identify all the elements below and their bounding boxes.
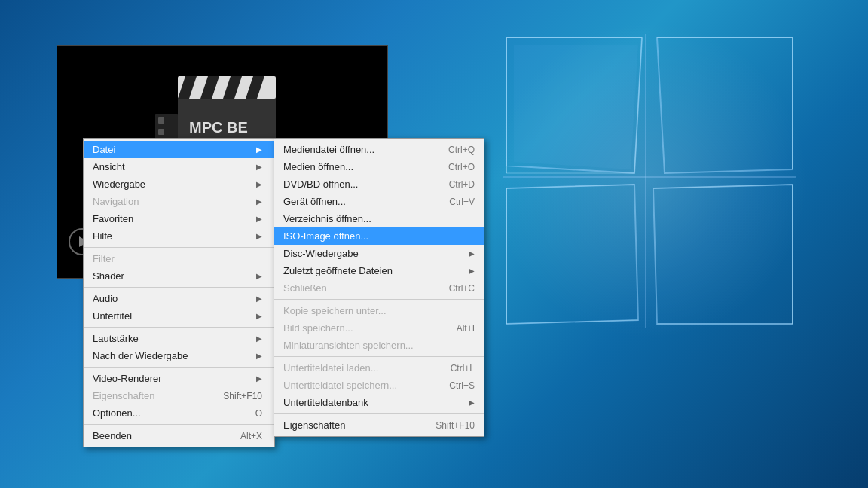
svg-text:MPC BE: MPC BE	[189, 119, 248, 136]
sub-menu-item-bild-speichern[interactable]: Bild speichern... Alt+I	[274, 319, 484, 337]
menu-item-ansicht[interactable]: Ansicht ▶	[84, 158, 274, 175]
sub-menu-separator-2	[274, 356, 484, 357]
menu-item-untertitel[interactable]: Untertitel ▶	[84, 307, 274, 325]
sub-menu-item-verzeichnis[interactable]: Verzeichnis öffnen...	[274, 210, 484, 227]
svg-rect-14	[491, 23, 808, 339]
sub-menu-item-dvd-bd[interactable]: DVD/BD öffnen... Ctrl+D	[274, 175, 484, 193]
sub-menu-item-iso-image[interactable]: ISO-Image öffnen...	[274, 227, 484, 245]
menu-separator-4	[84, 367, 274, 368]
menu-separator-1	[84, 247, 274, 248]
menu-separator-5	[84, 424, 274, 425]
sub-menu-item-untertiteldatenbank[interactable]: Untertiteldatenbank ▶	[274, 394, 484, 411]
sub-menu-item-kopie-speichern[interactable]: Kopie speichern unter...	[274, 302, 484, 319]
menu-item-navigation[interactable]: Navigation ▶	[84, 193, 274, 210]
sub-menu-item-schliessen[interactable]: Schließen Ctrl+C	[274, 279, 484, 297]
menu-item-nach-der-wiedergabe[interactable]: Nach der Wiedergabe ▶	[84, 347, 274, 364]
main-context-menu: Datei ▶ Ansicht ▶ Wiedergabe ▶ Navigatio…	[83, 138, 275, 447]
menu-item-eigenschaften[interactable]: Eigenschaften Shift+F10	[84, 387, 274, 404]
sub-menu-item-medien[interactable]: Medien öffnen... Ctrl+O	[274, 158, 484, 175]
menu-item-video-renderer[interactable]: Video-Renderer ▶	[84, 370, 274, 387]
sub-menu-item-mediendatei[interactable]: Mediendatei öffnen... Ctrl+Q	[274, 141, 484, 158]
menu-item-wiedergabe[interactable]: Wiedergabe ▶	[84, 175, 274, 193]
sub-menu-separator-3	[274, 413, 484, 414]
sub-menu-item-untertiteldatei-speichern[interactable]: Untertiteldatei speichern... Ctrl+S	[274, 377, 484, 394]
menu-item-datei[interactable]: Datei ▶	[84, 141, 274, 158]
menu-item-filter[interactable]: Filter	[84, 250, 274, 267]
menu-item-optionen[interactable]: Optionen... O	[84, 404, 274, 422]
sub-menu-separator-1	[274, 299, 484, 300]
sub-menu-item-disc-wiedergabe[interactable]: Disc-Wiedergabe ▶	[274, 245, 484, 262]
svg-rect-16	[158, 117, 164, 124]
sub-menu-item-sub-eigenschaften[interactable]: Eigenschaften Shift+F10	[274, 416, 484, 434]
sub-menu-item-geraet[interactable]: Gerät öffnen... Ctrl+V	[274, 193, 484, 210]
menu-item-lautstaerke[interactable]: Lautstärke ▶	[84, 330, 274, 347]
menu-item-beenden[interactable]: Beenden Alt+X	[84, 427, 274, 444]
sub-menu-item-miniaturansichten[interactable]: Miniaturansichten speichern...	[274, 337, 484, 354]
menu-item-shader[interactable]: Shader ▶	[84, 267, 274, 285]
svg-rect-17	[158, 129, 164, 135]
sub-menu-datei: Mediendatei öffnen... Ctrl+Q Medien öffn…	[274, 138, 484, 437]
windows-logo	[491, 23, 808, 339]
sub-menu-item-zuletzt[interactable]: Zuletzt geöffnete Dateien ▶	[274, 262, 484, 279]
menu-separator-3	[84, 327, 274, 328]
menu-item-hilfe[interactable]: Hilfe ▶	[84, 227, 274, 245]
sub-menu-item-untertiteldatei-laden[interactable]: Untertiteldatei laden... Ctrl+L	[274, 359, 484, 377]
menu-item-favoriten[interactable]: Favoriten ▶	[84, 210, 274, 227]
desktop: MPC BE Datei ▶ Ansicht ▶ Wiedergabe ▶ Na…	[0, 0, 868, 488]
menu-separator-2	[84, 287, 274, 288]
menu-item-audio[interactable]: Audio ▶	[84, 290, 274, 307]
